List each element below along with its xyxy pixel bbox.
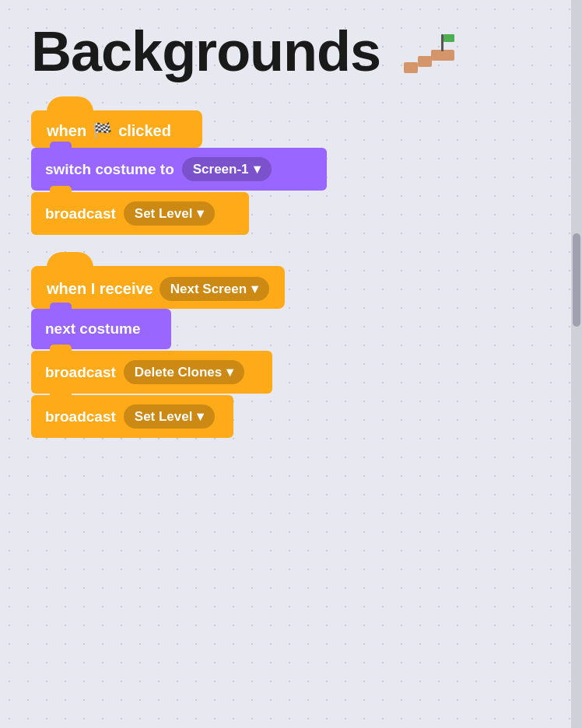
switch-costume-label: switch costume to [45, 161, 174, 178]
block-stack-1: when 🏁 clicked switch costume to Screen-… [31, 110, 551, 235]
switch-costume-block[interactable]: switch costume to Screen-1 ▾ [31, 148, 327, 191]
set-level-arrow-2: ▾ [197, 408, 204, 425]
next-costume-label: next costume [45, 320, 140, 338]
broadcast-label-1: broadcast [45, 205, 116, 222]
sprite-icon [388, 26, 451, 73]
svg-rect-1 [418, 56, 432, 67]
delete-clones-value: Delete Clones [135, 365, 222, 380]
block-group-2: when I receive Next Screen ▾ next costum… [31, 266, 551, 438]
next-screen-dropdown[interactable]: Next Screen ▾ [160, 277, 269, 301]
svg-rect-4 [444, 34, 454, 42]
when-receive-label: when I receive [47, 280, 153, 298]
page-title: Backgrounds [31, 23, 380, 79]
scratch-editor-background: Backgrounds when 🏁 clicked [0, 0, 582, 728]
svg-rect-2 [404, 62, 418, 73]
scrollbar-track [571, 0, 582, 728]
next-costume-block[interactable]: next costume [31, 309, 171, 349]
delete-clones-dropdown[interactable]: Delete Clones ▾ [124, 360, 244, 384]
broadcast-delete-clones-block[interactable]: broadcast Delete Clones ▾ [31, 351, 272, 394]
broadcast-set-level-block-2[interactable]: broadcast Set Level ▾ [31, 395, 233, 438]
set-level-dropdown-2[interactable]: Set Level ▾ [124, 404, 216, 429]
clicked-label: clicked [118, 122, 171, 140]
title-area: Backgrounds [31, 23, 551, 79]
when-label: when [47, 122, 86, 140]
scrollbar-thumb[interactable] [573, 233, 580, 327]
set-level-value-2: Set Level [135, 409, 193, 425]
next-screen-arrow: ▾ [251, 281, 258, 297]
costume-dropdown[interactable]: Screen-1 ▾ [182, 157, 272, 181]
set-level-value-1: Set Level [135, 206, 193, 222]
broadcast-label-2: broadcast [45, 364, 116, 381]
broadcast-label-3: broadcast [45, 408, 116, 425]
svg-rect-0 [431, 50, 454, 61]
costume-dropdown-arrow: ▾ [254, 161, 261, 177]
staircase-svg [388, 26, 458, 81]
block-stack-2: when I receive Next Screen ▾ next costum… [31, 266, 551, 438]
broadcast-set-level-block-1[interactable]: broadcast Set Level ▾ [31, 192, 249, 235]
block-group-1: when 🏁 clicked switch costume to Screen-… [31, 110, 551, 235]
delete-clones-arrow: ▾ [226, 364, 233, 380]
green-flag-icon: 🏁 [93, 121, 112, 140]
costume-value: Screen-1 [193, 162, 249, 177]
set-level-arrow-1: ▾ [197, 205, 204, 222]
next-screen-value: Next Screen [170, 282, 247, 297]
svg-rect-3 [441, 34, 444, 51]
set-level-dropdown-1[interactable]: Set Level ▾ [124, 201, 216, 226]
